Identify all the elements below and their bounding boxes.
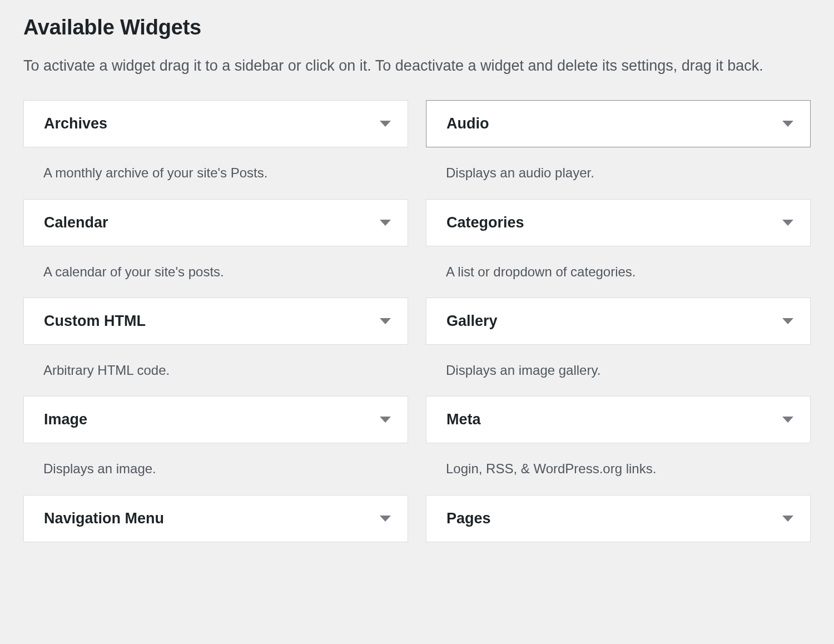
widget-description: Arbitrary HTML code. xyxy=(23,345,408,396)
widget-header[interactable]: Navigation Menu xyxy=(23,495,408,542)
widgets-grid: ArchivesA monthly archive of your site's… xyxy=(23,100,811,542)
available-widgets-panel: Available Widgets To activate a widget d… xyxy=(0,0,834,542)
widget-title: Meta xyxy=(446,411,481,428)
widget-header[interactable]: Custom HTML xyxy=(23,298,408,345)
widget-description: A monthly archive of your site's Posts. xyxy=(23,147,408,199)
widget-item: ArchivesA monthly archive of your site's… xyxy=(23,100,408,199)
widget-title: Custom HTML xyxy=(44,313,146,330)
widget-header[interactable]: Audio xyxy=(426,100,811,147)
widget-description: Displays an image gallery. xyxy=(426,345,811,396)
widget-item: CategoriesA list or dropdown of categori… xyxy=(426,199,811,298)
widget-header[interactable]: Calendar xyxy=(23,199,408,246)
page-title: Available Widgets xyxy=(23,16,811,39)
widget-header[interactable]: Gallery xyxy=(426,298,811,345)
widget-description: Login, RSS, & WordPress.org links. xyxy=(426,443,811,494)
widget-description: Displays an image. xyxy=(23,443,408,494)
caret-down-icon xyxy=(380,220,391,226)
widget-item: AudioDisplays an audio player. xyxy=(426,100,811,199)
caret-down-icon xyxy=(782,516,793,522)
caret-down-icon xyxy=(782,318,793,324)
caret-down-icon xyxy=(782,220,793,226)
widget-item: Navigation Menu xyxy=(23,495,408,542)
caret-down-icon xyxy=(782,417,793,423)
widget-title: Navigation Menu xyxy=(44,510,164,527)
caret-down-icon xyxy=(380,417,391,423)
widget-item: GalleryDisplays an image gallery. xyxy=(426,298,811,396)
widget-header[interactable]: Pages xyxy=(426,495,811,542)
widget-item: ImageDisplays an image. xyxy=(23,396,408,494)
widget-description: A list or dropdown of categories. xyxy=(426,246,811,298)
widget-header[interactable]: Categories xyxy=(426,199,811,246)
widget-item: CalendarA calendar of your site's posts. xyxy=(23,199,408,298)
widget-item: Custom HTMLArbitrary HTML code. xyxy=(23,298,408,396)
widget-description: A calendar of your site's posts. xyxy=(23,246,408,298)
widget-title: Archives xyxy=(44,115,107,132)
caret-down-icon xyxy=(380,121,391,127)
page-description: To activate a widget drag it to a sideba… xyxy=(23,55,791,77)
caret-down-icon xyxy=(380,516,391,522)
widget-header[interactable]: Image xyxy=(23,396,408,443)
caret-down-icon xyxy=(782,121,793,127)
widget-item: Pages xyxy=(426,495,811,542)
widget-title: Calendar xyxy=(44,214,108,231)
widget-title: Categories xyxy=(446,214,524,231)
widget-header[interactable]: Archives xyxy=(23,100,408,147)
widget-header[interactable]: Meta xyxy=(426,396,811,443)
widget-title: Audio xyxy=(446,115,489,132)
caret-down-icon xyxy=(380,318,391,324)
widget-description: Displays an audio player. xyxy=(426,147,811,199)
widget-title: Pages xyxy=(446,510,491,527)
widget-title: Gallery xyxy=(446,313,498,330)
widget-item: MetaLogin, RSS, & WordPress.org links. xyxy=(426,396,811,494)
widget-title: Image xyxy=(44,411,87,428)
